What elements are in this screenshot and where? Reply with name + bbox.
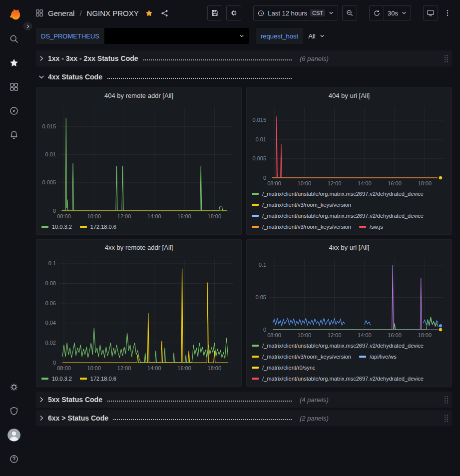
zoom-out-button[interactable] <box>342 5 357 20</box>
sidebar-item-configuration[interactable] <box>2 375 25 399</box>
chart-legend: /_matrix/client/unstable/org.matrix.msc2… <box>247 188 452 234</box>
panel-title[interactable]: 404 by uri [All] <box>247 88 452 103</box>
sidebar-item-server-admin[interactable] <box>2 399 25 423</box>
legend-label: /sw.js <box>370 221 383 232</box>
time-range-picker[interactable]: Last 12 hours CST <box>253 5 338 20</box>
row-title: 5xx Status Code <box>48 396 102 404</box>
row-6xx[interactable]: 6xx > Status Code (2 panels) <box>36 410 452 426</box>
panel-404-by-uri: 404 by uri [All] 00.0050.010.01508:0010:… <box>246 87 452 235</box>
legend-item[interactable]: 172.18.0.6 <box>80 373 116 384</box>
time-series-chart[interactable]: 00.0050.010.01508:0010:0012:0014:0016:00… <box>36 103 241 221</box>
breadcrumb-folder[interactable]: General <box>48 9 74 17</box>
breadcrumb-separator: / <box>78 9 82 17</box>
panel-title[interactable]: 4xx by uri [All] <box>247 240 452 255</box>
variable-ds-prometheus: DS_PROMETHEUS <box>36 28 249 44</box>
sidebar-item-alerting[interactable] <box>2 123 25 147</box>
variable-value-ds-prometheus[interactable] <box>104 28 249 44</box>
svg-text:0.1: 0.1 <box>259 262 266 268</box>
row-dotted-leader <box>107 401 292 402</box>
legend-item[interactable]: /sw.js <box>359 221 383 232</box>
row-5xx[interactable]: 5xx Status Code (4 panels) <box>36 392 452 408</box>
sidebar-item-search[interactable] <box>2 27 25 51</box>
chevron-right-icon <box>25 24 30 29</box>
compass-icon <box>9 106 19 116</box>
row-4xx[interactable]: 4xx Status Code <box>36 69 452 85</box>
legend-item[interactable]: /_matrix/client/unstable/org.matrix.msc2… <box>252 373 424 384</box>
svg-text:14:00: 14:00 <box>358 180 372 186</box>
time-series-chart[interactable]: 00.0050.010.01508:0010:0012:0014:0016:00… <box>247 103 452 188</box>
legend-item[interactable]: /_matrix/client/r0/sync <box>252 362 315 373</box>
legend-item[interactable]: 10.0.3.2 <box>41 373 72 384</box>
sidebar-expand-button[interactable] <box>23 22 32 30</box>
series-color-swatch <box>80 378 87 380</box>
refresh-button[interactable] <box>369 5 384 20</box>
legend-item[interactable]: /_matrix/client/unstable/org.matrix.msc2… <box>252 340 424 351</box>
row-title-zone: 6xx > Status Code <box>38 414 292 422</box>
sidebar-item-help[interactable] <box>2 447 25 471</box>
chevron-down-icon <box>328 10 334 16</box>
row-title-zone: 4xx Status Code <box>38 73 292 81</box>
legend-row: /_matrix/client/unstable/org.matrix.msc2… <box>252 210 447 221</box>
legend-item[interactable]: /_matrix/client/v3/room_keys/version <box>252 351 351 362</box>
legend-label: /_matrix/client/v3/room_keys/version <box>262 351 351 362</box>
sidebar-item-dashboards[interactable] <box>2 75 25 99</box>
row-1xx-3xx-2xx[interactable]: 1xx - 3xx - 2xx Status Code (6 panels) <box>36 50 452 66</box>
legend-item[interactable]: /_matrix/client/v3/room_keys/version <box>252 199 351 210</box>
svg-text:12:00: 12:00 <box>328 180 342 186</box>
dashboard-submenu: DS_PROMETHEUS request_host All <box>28 26 460 46</box>
svg-text:0: 0 <box>53 360 56 366</box>
apps-grid-icon[interactable] <box>35 8 44 17</box>
panel-title[interactable]: 4xx by remote addr [All] <box>36 240 241 255</box>
row-drag-handle[interactable] <box>443 54 450 63</box>
grafana-app: General / NGINX PROXY <box>0 0 460 476</box>
panel-404-by-remote-addr: 404 by remote addr [All] 00.0050.010.015… <box>36 87 242 235</box>
grafana-logo[interactable] <box>2 3 25 27</box>
svg-text:18:00: 18:00 <box>208 213 222 219</box>
svg-text:18:00: 18:00 <box>418 332 432 338</box>
favorite-star-button[interactable] <box>145 9 153 17</box>
time-series-chart[interactable]: 00.020.040.060.080.108:0010:0012:0014:00… <box>36 255 241 373</box>
series-color-swatch <box>252 367 259 369</box>
legend-label: 172.18.0.6 <box>90 221 116 232</box>
legend-row: /_matrix/client/v3/room_keys/version/sw.… <box>252 221 447 232</box>
monitor-icon <box>427 9 435 17</box>
chevron-down-icon <box>38 73 48 80</box>
row-panel-count: (2 panels) <box>300 415 329 422</box>
refresh-icon <box>373 9 381 17</box>
legend-item[interactable]: /_matrix/client/v3/room_keys/version <box>252 221 351 232</box>
sidebar-item-starred[interactable] <box>2 51 25 75</box>
search-icon <box>9 34 19 44</box>
dashboard-settings-button[interactable] <box>226 5 241 20</box>
legend-item[interactable]: /_matrix/client/unstable/org.matrix.msc2… <box>252 210 424 221</box>
series-color-swatch <box>41 378 48 380</box>
save-dashboard-button[interactable] <box>207 5 222 20</box>
row-drag-handle[interactable] <box>443 414 450 423</box>
legend-item[interactable]: /api/live/ws <box>359 351 397 362</box>
legend-item[interactable]: /_matrix/client/unstable/org.matrix.msc2… <box>252 188 424 199</box>
legend-label: /_matrix/client/unstable/org.matrix.msc2… <box>262 373 424 384</box>
series-color-swatch <box>359 226 366 228</box>
chevron-right-icon <box>38 396 48 403</box>
share-dashboard-button[interactable] <box>160 9 169 17</box>
refresh-interval-dropdown[interactable]: 30s <box>384 5 411 20</box>
svg-text:0: 0 <box>263 327 266 333</box>
legend-row: /_matrix/client/unstable/org.matrix.msc2… <box>252 340 447 351</box>
variable-value-request-host[interactable]: All <box>303 28 330 44</box>
kebab-menu-button[interactable] <box>442 5 453 20</box>
tv-mode-button[interactable] <box>423 5 438 20</box>
sidebar-item-explore[interactable] <box>2 99 25 123</box>
legend-item[interactable]: 10.0.3.2 <box>41 221 72 232</box>
sidebar <box>0 0 28 476</box>
row-title: 6xx > Status Code <box>48 414 108 422</box>
legend-item[interactable]: 172.18.0.6 <box>80 221 116 232</box>
series-color-swatch <box>252 378 259 380</box>
legend-label: 10.0.3.2 <box>52 373 72 384</box>
row-drag-handle[interactable] <box>443 396 450 404</box>
variable-label-request-host: request_host <box>256 28 303 44</box>
panel-title[interactable]: 404 by remote addr [All] <box>36 88 241 103</box>
series-color-swatch <box>252 215 259 217</box>
time-series-chart[interactable]: 00.050.108:0010:0012:0014:0016:0018:00 <box>247 255 452 340</box>
svg-text:10:00: 10:00 <box>87 365 101 371</box>
sidebar-item-user[interactable] <box>2 423 25 447</box>
legend-label: /_matrix/client/unstable/org.matrix.msc2… <box>262 340 424 351</box>
